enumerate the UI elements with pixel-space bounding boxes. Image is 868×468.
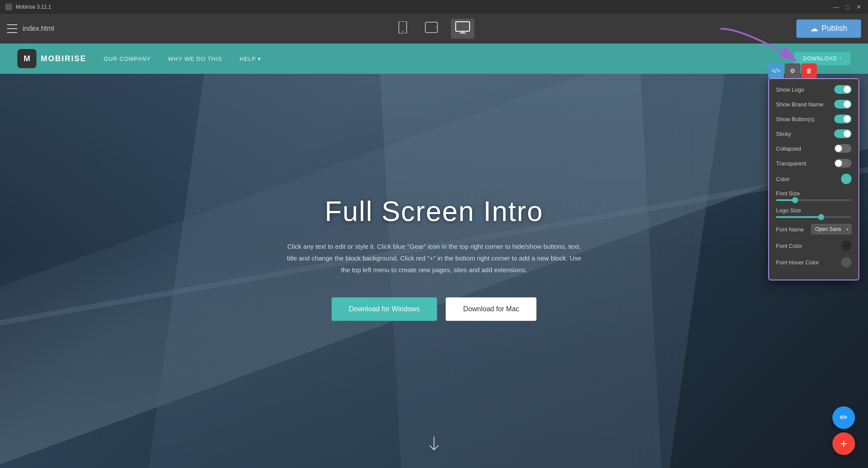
font-name-label: Font Name bbox=[776, 226, 804, 233]
hero-content: Full Screen Intro Click any text to edit… bbox=[273, 195, 595, 347]
font-size-row: Font Size bbox=[776, 190, 852, 201]
show-brand-name-toggle[interactable] bbox=[834, 100, 852, 109]
tablet-view-button[interactable] bbox=[421, 19, 442, 38]
svg-point-3 bbox=[436, 26, 437, 27]
show-brand-name-row: Show Brand Name bbox=[776, 100, 852, 109]
sticky-row: Sticky bbox=[776, 129, 852, 138]
publish-cloud-icon: ☁ bbox=[810, 24, 818, 33]
add-icon: + bbox=[840, 437, 847, 451]
filename-label: index.html bbox=[23, 25, 54, 33]
titlebar-controls: — □ ✕ bbox=[832, 3, 863, 11]
code-editor-button[interactable]: </> bbox=[768, 63, 784, 78]
color-swatch[interactable] bbox=[841, 174, 852, 184]
publish-label: Publish bbox=[822, 24, 847, 33]
font-hover-color-label: Font Hover Color bbox=[776, 259, 819, 266]
transparent-label: Transparent bbox=[776, 160, 806, 167]
font-size-slider[interactable] bbox=[776, 199, 852, 201]
sticky-toggle[interactable] bbox=[834, 129, 852, 138]
site-navbar: M MOBIRISE OUR COMPANY WHY WE DO THIS HE… bbox=[0, 43, 868, 74]
collapsed-toggle[interactable] bbox=[834, 144, 852, 153]
collapsed-label: Collapsed bbox=[776, 145, 801, 152]
nav-link-why[interactable]: WHY WE DO THIS bbox=[168, 56, 222, 62]
titlebar-left: Mobirise 3.11.1 bbox=[5, 3, 51, 10]
nav-item-company[interactable]: OUR COMPANY bbox=[104, 55, 151, 63]
download-windows-button[interactable]: Download for Windows bbox=[332, 297, 437, 321]
nav-link-company[interactable]: OUR COMPANY bbox=[104, 56, 151, 62]
titlebar-title: Mobirise 3.11.1 bbox=[16, 4, 51, 10]
color-row: Color bbox=[776, 174, 852, 184]
toolbar-left: index.html bbox=[7, 24, 394, 33]
site-nav-links: OUR COMPANY WHY WE DO THIS HELP ▾ bbox=[104, 55, 794, 63]
font-hover-color-row: Font Hover Color bbox=[776, 257, 852, 267]
titlebar: Mobirise 3.11.1 — □ ✕ bbox=[0, 0, 868, 14]
show-brand-name-label: Show Brand Name bbox=[776, 101, 823, 108]
show-logo-row: Show Logo bbox=[776, 85, 852, 94]
svg-point-1 bbox=[402, 31, 404, 32]
gear-icon: ⚙ bbox=[790, 67, 796, 74]
font-color-label: Font Color bbox=[776, 243, 802, 249]
hamburger-menu[interactable] bbox=[7, 24, 17, 33]
logo-icon: M bbox=[17, 49, 36, 68]
show-buttons-toggle[interactable] bbox=[834, 115, 852, 123]
trash-icon: 🗑 bbox=[806, 67, 812, 74]
collapsed-row: Collapsed bbox=[776, 144, 852, 153]
edit-icon: ✏ bbox=[840, 412, 848, 423]
nav-item-why[interactable]: WHY WE DO THIS bbox=[168, 55, 222, 63]
show-logo-toggle[interactable] bbox=[834, 85, 852, 94]
svg-rect-2 bbox=[425, 22, 437, 33]
logo-size-label: Logo Size bbox=[776, 207, 852, 214]
color-label: Color bbox=[776, 176, 789, 182]
publish-button[interactable]: ☁ Publish bbox=[796, 20, 861, 38]
sticky-label: Sticky bbox=[776, 131, 791, 137]
toolbar-right: ☁ Publish bbox=[474, 20, 861, 38]
show-logo-label: Show Logo bbox=[776, 86, 804, 93]
close-button[interactable]: ✕ bbox=[855, 3, 863, 11]
font-select-wrapper: Open Sans Roboto Lato Montserrat bbox=[811, 224, 852, 234]
gear-settings-button[interactable]: ⚙ bbox=[785, 63, 800, 78]
font-size-label: Font Size bbox=[776, 190, 852, 197]
hero-buttons: Download for Windows Download for Mac bbox=[282, 297, 586, 321]
hamburger-line bbox=[7, 24, 17, 25]
show-buttons-label: Show Button(s) bbox=[776, 116, 815, 122]
font-color-row: Font Color bbox=[776, 241, 852, 251]
font-name-row: Font Name Open Sans Roboto Lato Montserr… bbox=[776, 224, 852, 234]
scroll-arrow-icon bbox=[427, 435, 441, 452]
transparent-toggle[interactable] bbox=[834, 159, 852, 168]
hero-title[interactable]: Full Screen Intro bbox=[282, 195, 586, 227]
hero-description[interactable]: Click any text to edit or style it. Clic… bbox=[282, 241, 586, 276]
main-toolbar: index.html ☁ Publish bbox=[0, 14, 868, 43]
font-color-swatch[interactable] bbox=[841, 241, 852, 251]
minimize-button[interactable]: — bbox=[832, 3, 840, 11]
panel-toolbar: </> ⚙ 🗑 bbox=[768, 63, 817, 78]
app-icon bbox=[5, 3, 12, 10]
desktop-view-button[interactable] bbox=[451, 19, 474, 39]
hamburger-line bbox=[7, 28, 17, 29]
main-content: M MOBIRISE OUR COMPANY WHY WE DO THIS HE… bbox=[0, 43, 868, 468]
svg-rect-4 bbox=[456, 22, 470, 31]
download-mac-button[interactable]: Download for Mac bbox=[446, 297, 536, 321]
show-buttons-row: Show Button(s) bbox=[776, 115, 852, 123]
add-block-fab-button[interactable]: + bbox=[832, 432, 855, 455]
hero-section: Full Screen Intro Click any text to edit… bbox=[0, 74, 868, 468]
mobile-icon bbox=[398, 21, 408, 33]
logo-size-row: Logo Size bbox=[776, 207, 852, 218]
site-logo: M MOBIRISE bbox=[17, 49, 86, 68]
logo-size-slider[interactable] bbox=[776, 216, 852, 218]
tablet-icon bbox=[425, 22, 438, 33]
code-icon: </> bbox=[772, 67, 780, 74]
hamburger-line bbox=[7, 32, 17, 33]
mobile-view-button[interactable] bbox=[394, 19, 412, 39]
font-hover-color-swatch[interactable] bbox=[841, 257, 852, 267]
font-name-select[interactable]: Open Sans Roboto Lato Montserrat bbox=[811, 224, 852, 234]
edit-fab-button[interactable]: ✏ bbox=[832, 406, 855, 429]
nav-link-help[interactable]: HELP ▾ bbox=[240, 56, 261, 62]
desktop-icon bbox=[455, 21, 470, 33]
maximize-button[interactable]: □ bbox=[844, 3, 852, 11]
scroll-indicator bbox=[427, 435, 441, 455]
delete-block-button[interactable]: 🗑 bbox=[801, 63, 817, 78]
device-selector bbox=[394, 19, 474, 39]
nav-item-help[interactable]: HELP ▾ bbox=[240, 55, 261, 63]
logo-name: MOBIRISE bbox=[41, 54, 86, 63]
transparent-row: Transparent bbox=[776, 159, 852, 168]
settings-panel: </> ⚙ 🗑 Show Logo Show Brand Name Show B… bbox=[768, 78, 859, 280]
